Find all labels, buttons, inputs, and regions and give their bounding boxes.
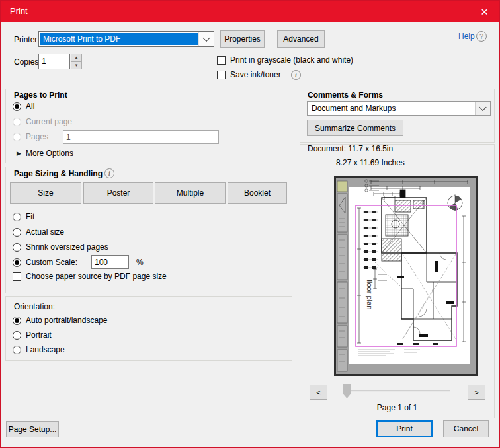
radio-pages-all[interactable]: All: [13, 102, 34, 111]
radio-auto-label: Auto portrait/landscape: [26, 316, 107, 325]
grayscale-checkbox-row[interactable]: Print in grayscale (black and white): [217, 56, 353, 65]
orientation-title: Orientation:: [14, 302, 55, 311]
copies-decrement-button[interactable]: ▼: [71, 61, 82, 69]
printer-selected-highlight: Microsoft Print to PDF: [40, 33, 198, 45]
spin-down-icon: ▼: [75, 63, 79, 67]
pages-to-print-title: Pages to Print: [14, 91, 67, 100]
page-setup-label: Page Setup...: [9, 425, 57, 434]
printer-selected-value: Microsoft Print to PDF: [43, 34, 120, 44]
advanced-button[interactable]: Advanced: [277, 30, 325, 48]
poster-button[interactable]: Poster: [83, 182, 153, 204]
next-page-icon: >: [474, 389, 478, 396]
radio-auto-orientation[interactable]: Auto portrait/landscape: [13, 316, 107, 325]
printer-label: Printer:: [14, 35, 40, 44]
summarize-comments-button[interactable]: Summarize Comments: [307, 120, 403, 136]
save-ink-label: Save ink/toner: [230, 70, 281, 79]
grayscale-label: Print in grayscale (black and white): [230, 56, 353, 65]
close-icon: ×: [481, 5, 488, 18]
radio-pages-range[interactable]: Pages: [13, 132, 48, 141]
properties-button[interactable]: Properties: [220, 30, 265, 48]
radio-icon: [13, 317, 21, 325]
size-button-label: Size: [38, 188, 53, 198]
window-title: Print: [10, 1, 28, 22]
comments-forms-selected-value: Document and Markups: [312, 104, 396, 113]
radio-icon: [13, 213, 21, 221]
radio-current-page-label: Current page: [26, 117, 72, 126]
info-icon: i: [104, 168, 114, 178]
radio-icon: [13, 102, 21, 111]
radio-all-label: All: [26, 102, 34, 111]
copies-input[interactable]: [38, 54, 70, 69]
info-icon-glyph: i: [295, 71, 297, 79]
properties-button-label: Properties: [224, 34, 261, 44]
radio-landscape-label: Landscape: [26, 345, 65, 354]
page-setup-button[interactable]: Page Setup...: [6, 421, 59, 437]
floor-plan-preview: floor plan: [334, 176, 478, 376]
poster-button-label: Poster: [107, 188, 130, 198]
save-ink-checkbox: [217, 71, 226, 79]
print-button[interactable]: Print: [376, 420, 433, 437]
radio-icon: [13, 133, 21, 141]
radio-icon: [13, 228, 21, 237]
page-sizing-info-icon-wrap[interactable]: i: [104, 168, 114, 178]
page-slider-track[interactable]: [343, 390, 450, 392]
radio-shrink-pages[interactable]: Shrink oversized pages: [13, 243, 108, 252]
copies-increment-button[interactable]: ▲: [71, 54, 82, 61]
previous-page-icon: <: [316, 389, 320, 396]
chevron-down-icon: [479, 104, 486, 111]
comments-forms-title: Comments & Forms: [308, 91, 383, 100]
radio-actual-size[interactable]: Actual size: [13, 227, 64, 237]
paper-source-checkbox: [13, 272, 21, 281]
help-link[interactable]: Help: [458, 32, 475, 41]
floor-plan-label: floor plan: [366, 280, 374, 309]
paper-source-label: Choose paper source by PDF page size: [26, 272, 167, 281]
multiple-button[interactable]: Multiple: [155, 182, 226, 204]
radio-fit[interactable]: Fit: [13, 212, 34, 221]
info-icon: i: [291, 70, 301, 80]
page-indicator: Page 1 of 1: [300, 403, 495, 412]
help-icon[interactable]: ?: [476, 31, 487, 42]
radio-current-page[interactable]: Current page: [13, 117, 72, 126]
radio-pages-label: Pages: [26, 132, 48, 141]
pages-range-input[interactable]: [63, 130, 219, 144]
radio-actual-size-label: Actual size: [26, 227, 64, 237]
radio-landscape[interactable]: Landscape: [13, 345, 65, 354]
close-button[interactable]: ×: [470, 1, 499, 22]
expand-arrow-icon: ▶: [17, 151, 21, 157]
comments-forms-select[interactable]: Document and Markups: [307, 101, 491, 116]
previous-page-button[interactable]: <: [310, 385, 327, 400]
radio-icon: [13, 346, 21, 354]
radio-portrait[interactable]: Portrait: [13, 330, 52, 340]
summarize-comments-label: Summarize Comments: [315, 124, 396, 133]
radio-shrink-label: Shrink oversized pages: [26, 243, 108, 252]
more-options-toggle[interactable]: ▶ More Options: [17, 149, 73, 158]
print-button-label: Print: [396, 424, 413, 433]
radio-icon: [13, 258, 21, 267]
more-options-label: More Options: [26, 149, 73, 158]
next-page-button[interactable]: >: [468, 385, 485, 400]
booklet-button[interactable]: Booklet: [228, 182, 287, 204]
radio-custom-scale[interactable]: Custom Scale:: [13, 258, 77, 267]
size-button[interactable]: Size: [10, 182, 81, 204]
titlebar: Print ×: [1, 1, 499, 22]
help-icon-glyph: ?: [479, 32, 483, 40]
percent-label: %: [136, 258, 144, 267]
radio-icon: [13, 331, 21, 340]
document-size-label: Document: 11.7 x 16.5in: [308, 144, 393, 153]
radio-icon: [13, 118, 21, 126]
printer-select[interactable]: Microsoft Print to PDF: [38, 31, 214, 47]
cancel-button[interactable]: Cancel: [443, 420, 489, 437]
radio-custom-scale-label: Custom Scale:: [26, 258, 77, 267]
multiple-button-label: Multiple: [177, 188, 204, 198]
save-ink-info-icon-wrap[interactable]: i: [291, 70, 301, 80]
radio-icon: [13, 243, 21, 252]
paper-source-checkbox-row[interactable]: Choose paper source by PDF page size: [13, 272, 167, 281]
advanced-button-label: Advanced: [283, 34, 318, 44]
chevron-down-icon: [202, 34, 210, 42]
save-ink-checkbox-row[interactable]: Save ink/toner: [217, 70, 281, 79]
custom-scale-input[interactable]: [91, 255, 129, 269]
copies-label: Copies:: [14, 57, 41, 67]
radio-fit-label: Fit: [26, 212, 34, 221]
info-icon-glyph: i: [108, 170, 110, 177]
grayscale-checkbox: [217, 56, 226, 65]
